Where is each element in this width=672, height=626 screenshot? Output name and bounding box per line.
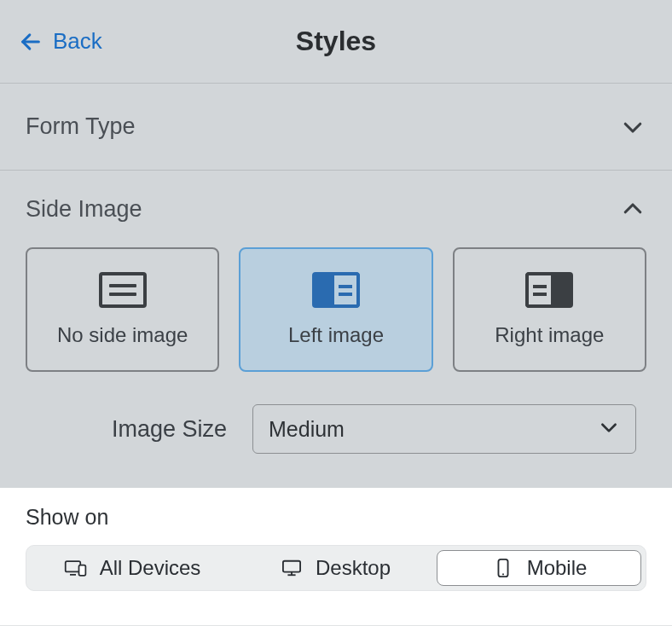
show-on-label: Show on <box>26 505 646 530</box>
image-size-row: Image Size Medium <box>0 404 672 488</box>
segment-all-devices[interactable]: All Devices <box>31 550 234 586</box>
option-right-image[interactable]: Right image <box>453 247 646 372</box>
side-image-options: No side image Left image Right image <box>0 247 672 404</box>
show-on-panel: Show on All Devices Desktop Mobile <box>0 488 672 626</box>
segment-label: Desktop <box>316 556 391 580</box>
image-size-select[interactable]: Medium <box>252 404 636 454</box>
devices-icon <box>64 559 88 577</box>
show-on-segmented: All Devices Desktop Mobile <box>26 545 646 591</box>
segment-label: All Devices <box>100 556 201 580</box>
svg-rect-3 <box>78 565 85 576</box>
segment-mobile[interactable]: Mobile <box>437 550 641 586</box>
desktop-icon <box>280 559 304 577</box>
right-image-icon <box>525 272 573 308</box>
section-label-form-type: Form Type <box>26 113 136 140</box>
option-label: Right image <box>495 323 604 347</box>
option-no-side-image[interactable]: No side image <box>26 247 219 372</box>
option-label: Left image <box>288 323 384 347</box>
back-button[interactable]: Back <box>0 28 102 55</box>
segment-label: Mobile <box>527 556 588 580</box>
option-label: No side image <box>57 323 188 347</box>
segment-desktop[interactable]: Desktop <box>234 550 437 586</box>
section-side-image[interactable]: Side Image <box>0 171 672 247</box>
mobile-icon <box>491 559 515 577</box>
chevron-up-icon <box>619 195 646 223</box>
chevron-down-icon <box>619 113 646 141</box>
section-form-type[interactable]: Form Type <box>0 84 672 171</box>
left-image-icon <box>312 272 360 308</box>
option-left-image[interactable]: Left image <box>239 247 432 372</box>
header: Back Styles <box>0 0 672 84</box>
section-label-side-image: Side Image <box>26 196 142 223</box>
image-size-value: Medium <box>269 417 345 442</box>
arrow-left-icon <box>19 30 43 54</box>
back-label: Back <box>53 28 102 55</box>
svg-rect-4 <box>283 561 300 572</box>
no-side-image-icon <box>99 272 147 308</box>
chevron-down-icon <box>598 416 620 442</box>
image-size-label: Image Size <box>112 416 227 443</box>
